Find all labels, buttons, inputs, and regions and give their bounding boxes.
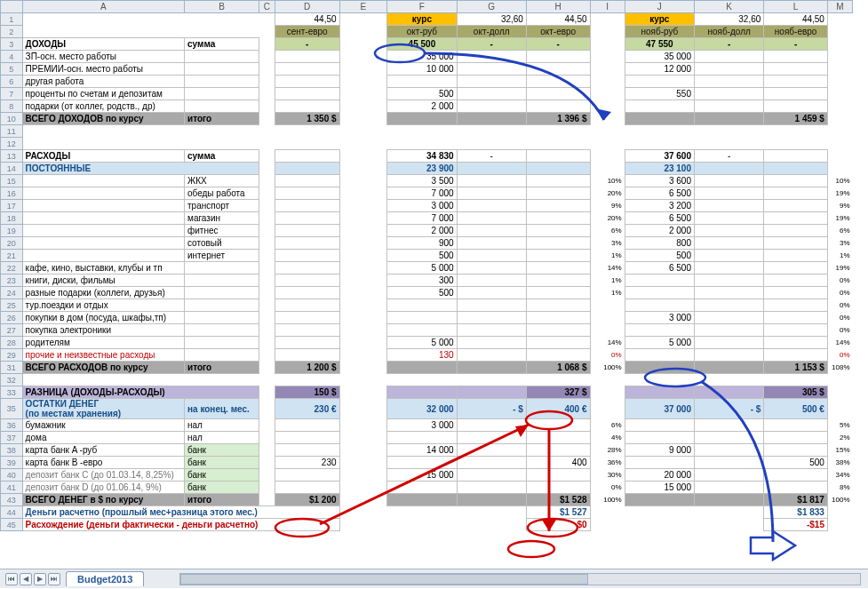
cell[interactable]: 7 000 (387, 212, 457, 225)
cell[interactable]: 35 000 (387, 51, 457, 63)
row-10[interactable]: 10 (1, 113, 23, 125)
row-44[interactable]: 44 (1, 506, 23, 519)
cell[interactable]: 900 (387, 237, 457, 250)
cell[interactable]: кафе, кино, выставки, клубы и тп (22, 262, 184, 275)
cell[interactable]: 35 000 (625, 51, 694, 63)
cell[interactable]: курс (387, 13, 457, 26)
cell[interactable]: - (695, 38, 764, 51)
cell[interactable]: 44,50 (526, 13, 590, 26)
cell[interactable]: 6 500 (625, 187, 694, 200)
row-27[interactable]: 27 (1, 324, 23, 337)
row-8[interactable]: 8 (1, 100, 23, 113)
cell[interactable]: нояб-евро (764, 26, 828, 38)
cell[interactable]: 3 000 (625, 312, 694, 324)
col-H[interactable]: H (526, 1, 590, 13)
cell[interactable]: $0 (526, 519, 590, 531)
cell[interactable]: 23 900 (387, 163, 457, 175)
cell[interactable]: нал (185, 432, 259, 444)
cell[interactable]: РАЗНИЦА (ДОХОДЫ-РАСХОДЫ) (22, 386, 259, 399)
cell[interactable]: 34 830 (387, 150, 457, 163)
col-F[interactable]: F (387, 1, 457, 13)
col-A[interactable]: A (22, 1, 184, 13)
income-title[interactable]: ДОХОДЫ (22, 38, 184, 51)
cell[interactable]: дома (22, 432, 184, 444)
cell[interactable]: 3 000 (387, 200, 457, 212)
cell[interactable]: 5 000 (387, 337, 457, 349)
cell[interactable]: нояб-руб (625, 26, 694, 38)
cell[interactable]: - (457, 150, 526, 163)
cell[interactable]: проценты по счетам и депозитам (22, 88, 184, 100)
col-E[interactable]: E (339, 1, 387, 13)
row-45[interactable]: 45 (1, 519, 23, 531)
cell[interactable]: 2 000 (625, 225, 694, 237)
row-6[interactable]: 6 (1, 76, 23, 88)
cell[interactable]: 7 000 (387, 187, 457, 200)
cell[interactable]: 1 396 $ (526, 113, 590, 125)
row-37[interactable]: 37 (1, 432, 23, 444)
cell[interactable]: 2 000 (387, 225, 457, 237)
cell[interactable]: тур.поездки и отдых (22, 299, 184, 312)
cell[interactable]: транспорт (185, 200, 259, 212)
cell[interactable]: подарки (от коллег, родств., др) (22, 100, 184, 113)
cell[interactable]: 1 068 $ (526, 362, 590, 374)
row-15[interactable]: 15 (1, 175, 23, 187)
cell[interactable]: ЖКХ (185, 175, 259, 187)
cell[interactable]: $1 527 (526, 506, 590, 519)
cell[interactable]: 230 (275, 457, 339, 469)
cell[interactable]: покупка электроники (22, 324, 184, 337)
cell[interactable]: карта банк A -руб (22, 444, 184, 457)
row-43[interactable]: 43 (1, 494, 23, 506)
cell[interactable]: итого (185, 362, 259, 374)
cell[interactable]: 20 000 (625, 469, 694, 482)
cell[interactable]: курс (625, 13, 694, 26)
cell[interactable]: ПОСТОЯННЫЕ (22, 163, 259, 175)
cell[interactable]: банк (185, 457, 259, 469)
cell[interactable]: разные подарки (коллеги, друзья) (22, 287, 184, 299)
sheet-tab-active[interactable]: Budget2013 (66, 571, 144, 586)
cell[interactable]: 3 500 (387, 175, 457, 187)
cell[interactable]: 500 (764, 457, 828, 469)
cell[interactable]: нояб-долл (695, 26, 764, 38)
row-2[interactable]: 2 (1, 26, 23, 38)
cell[interactable]: карта банк B -евро (22, 457, 184, 469)
row-39[interactable]: 39 (1, 457, 23, 469)
tab-nav-first[interactable]: ⏮ (5, 573, 18, 585)
cell[interactable]: 230 € (275, 399, 339, 419)
cell[interactable]: ВСЕГО ДЕНЕГ в $ по курсу (22, 494, 184, 506)
cell[interactable]: 1 200 $ (275, 362, 339, 374)
cell[interactable]: 300 (387, 275, 457, 287)
cell[interactable]: 500 € (764, 399, 828, 419)
cell[interactable]: итого (185, 494, 259, 506)
cell[interactable]: 44,50 (275, 13, 339, 26)
select-all[interactable] (1, 1, 23, 13)
cell[interactable]: Деньги расчетно (прошлый мес+разница это… (22, 506, 339, 519)
cell[interactable]: сотовый (185, 237, 259, 250)
cell[interactable]: 400 (526, 457, 590, 469)
row-26[interactable]: 26 (1, 312, 23, 324)
row-13[interactable]: 13 (1, 150, 23, 163)
cell[interactable]: 12 000 (625, 63, 694, 76)
row-7[interactable]: 7 (1, 88, 23, 100)
row-33[interactable]: 33 (1, 386, 23, 399)
row-31[interactable]: 31 (1, 362, 23, 374)
cell[interactable]: 10 000 (387, 63, 457, 76)
cell[interactable]: 32,60 (457, 13, 526, 26)
cell[interactable]: 500 (387, 250, 457, 262)
cell[interactable]: 1 459 $ (764, 113, 828, 125)
cell[interactable]: 500 (387, 287, 457, 299)
cell[interactable]: 500 (387, 88, 457, 100)
col-C[interactable]: C (259, 1, 275, 13)
row-19[interactable]: 19 (1, 225, 23, 237)
col-D[interactable]: D (275, 1, 339, 13)
spreadsheet-grid[interactable]: A B C D E F G H I J K L M 1 44,50 курс 3… (0, 0, 853, 531)
row-29[interactable]: 29 (1, 349, 23, 362)
cell[interactable]: 9 000 (625, 444, 694, 457)
cell[interactable]: 37 000 (625, 399, 694, 419)
row-3[interactable]: 3 (1, 38, 23, 51)
cell[interactable]: 37 600 (625, 150, 694, 163)
cell[interactable]: фитнес (185, 225, 259, 237)
row-25[interactable]: 25 (1, 299, 23, 312)
cell[interactable]: $1 200 (275, 494, 339, 506)
col-B[interactable]: B (185, 1, 259, 13)
row-22[interactable]: 22 (1, 262, 23, 275)
